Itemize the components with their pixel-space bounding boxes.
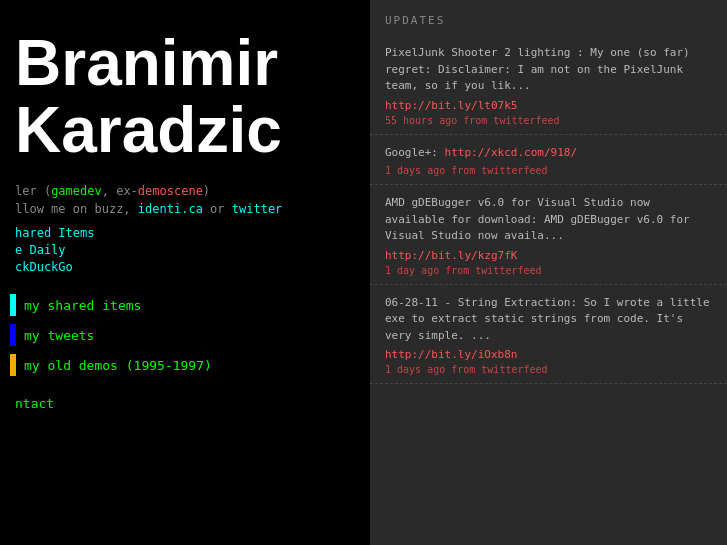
update-item-3: 06-28-11 - String Extraction: So I wrote… xyxy=(370,285,727,385)
updates-header: UPDATES xyxy=(370,0,727,35)
update-text-1: Google+: http://xkcd.com/918/ xyxy=(385,145,712,162)
update-text-1-prefix: Google+: xyxy=(385,146,445,159)
updates-list[interactable]: PixelJunk Shooter 2 lighting : My one (s… xyxy=(370,35,727,545)
update-text-3: 06-28-11 - String Extraction: So I wrote… xyxy=(385,295,712,345)
bio-suffix1: ) xyxy=(203,184,210,198)
update-item-0: PixelJunk Shooter 2 lighting : My one (s… xyxy=(370,35,727,135)
contact-link[interactable]: ntact xyxy=(15,396,350,411)
update-link-1[interactable]: http://xkcd.com/918/ xyxy=(445,146,577,159)
orange-bar xyxy=(10,354,16,376)
left-panel: Branimir Karadzic ler (gamedev, ex-demos… xyxy=(0,0,370,545)
tweets-label: my tweets xyxy=(24,328,94,343)
cyan-bar xyxy=(10,294,16,316)
bio-line1: ler (gamedev, ex-demoscene) xyxy=(15,184,350,198)
demoscene-link[interactable]: demoscene xyxy=(138,184,203,198)
bio-follow-prefix: llow me on buzz, xyxy=(15,202,138,216)
update-meta-2: 1 day ago from twitterfeed xyxy=(385,265,712,276)
update-meta-3: 1 days ago from twitterfeed xyxy=(385,364,712,375)
old-demos-label: my old demos (1995-1997) xyxy=(24,358,212,373)
identica-link[interactable]: identi.ca xyxy=(138,202,203,216)
update-item-1: Google+: http://xkcd.com/918/ 1 days ago… xyxy=(370,135,727,186)
update-link-0[interactable]: http://bit.ly/lt07k5 xyxy=(385,99,712,112)
nav-duckduckgo[interactable]: ckDuckGo xyxy=(15,260,350,274)
shared-items-btn[interactable]: my shared items xyxy=(10,294,350,316)
update-text-2: AMD gDEBugger v6.0 for Visual Studio now… xyxy=(385,195,712,245)
bio-prefix1: ler ( xyxy=(15,184,51,198)
name-line1: Branimir xyxy=(15,30,350,97)
bio-or: or xyxy=(203,202,232,216)
right-panel: UPDATES PixelJunk Shooter 2 lighting : M… xyxy=(370,0,727,545)
nav-daily[interactable]: e Daily xyxy=(15,243,350,257)
bio-sep: , ex- xyxy=(102,184,138,198)
nav-links: hared Items e Daily ckDuckGo xyxy=(15,226,350,274)
bio-line2: llow me on buzz, identi.ca or twitter xyxy=(15,202,350,216)
old-demos-btn[interactable]: my old demos (1995-1997) xyxy=(10,354,350,376)
update-meta-1: 1 days ago from twitterfeed xyxy=(385,165,712,176)
update-item-2: AMD gDEBugger v6.0 for Visual Studio now… xyxy=(370,185,727,285)
shared-items-label: my shared items xyxy=(24,298,141,313)
blue-bar xyxy=(10,324,16,346)
update-link-3[interactable]: http://bit.ly/iOxb8n xyxy=(385,348,712,361)
twitter-link[interactable]: twitter xyxy=(232,202,283,216)
tweets-btn[interactable]: my tweets xyxy=(10,324,350,346)
gamedev-link[interactable]: gamedev xyxy=(51,184,102,198)
update-text-0: PixelJunk Shooter 2 lighting : My one (s… xyxy=(385,45,712,95)
update-meta-0: 55 hours ago from twitterfeed xyxy=(385,115,712,126)
update-link-2[interactable]: http://bit.ly/kzg7fK xyxy=(385,249,712,262)
section-buttons: my shared items my tweets my old demos (… xyxy=(10,294,350,376)
nav-shared-items[interactable]: hared Items xyxy=(15,226,350,240)
name-line2: Karadzic xyxy=(15,97,350,164)
name-heading: Branimir Karadzic xyxy=(15,30,350,164)
